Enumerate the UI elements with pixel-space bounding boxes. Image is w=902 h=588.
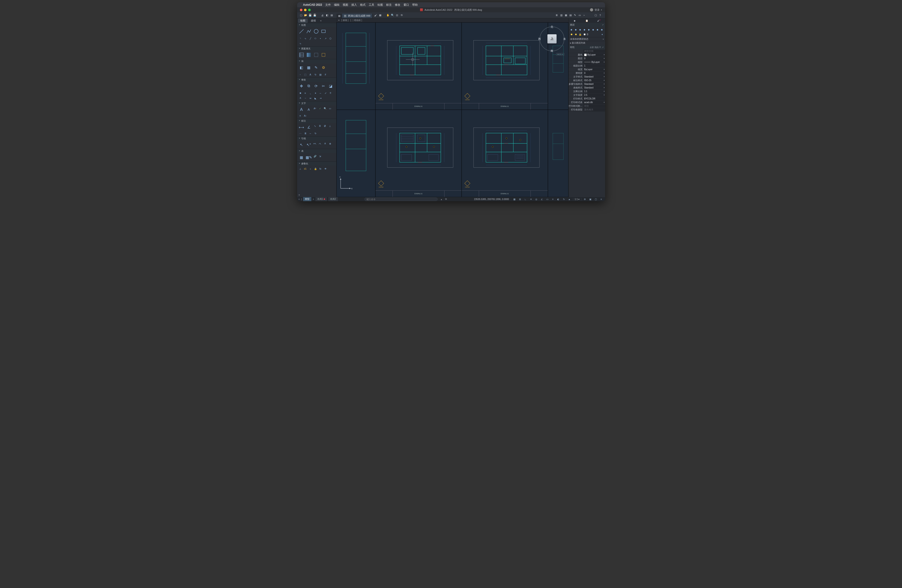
- layer-lock-icon[interactable]: ◆: [578, 28, 582, 31]
- plot-icon[interactable]: 🖨: [321, 13, 325, 17]
- pan-icon[interactable]: ✋: [386, 13, 390, 17]
- preview-icon[interactable]: ◧: [325, 13, 329, 17]
- status-coordinates[interactable]: 23535.5385, 200765.1896, 0.0000: [472, 198, 511, 200]
- block-palette-icon[interactable]: ▤: [318, 72, 323, 77]
- lengthen-icon[interactable]: ⇥: [318, 96, 323, 100]
- command-input[interactable]: [365, 197, 438, 201]
- array-icon[interactable]: ⠿: [328, 91, 333, 95]
- menu-edit[interactable]: 编辑: [334, 3, 340, 7]
- login-button[interactable]: 登录: [595, 8, 600, 12]
- cmd-clip-icon[interactable]: ⧉: [445, 198, 447, 200]
- table-style-icon[interactable]: ▦✎: [305, 154, 312, 161]
- zoom-prev-icon[interactable]: ⟲: [399, 13, 404, 17]
- props-filter-mine[interactable]: 我的: [595, 46, 599, 49]
- tab-model[interactable]: 建模: [308, 19, 318, 23]
- wblock-icon[interactable]: ▫: [298, 72, 303, 77]
- menu-modify[interactable]: 修改: [395, 3, 400, 7]
- stretch-icon[interactable]: ↔: [318, 91, 323, 95]
- table-icon[interactable]: ▦: [298, 154, 305, 161]
- boundary-icon[interactable]: [313, 52, 319, 58]
- layout-tab-2[interactable]: 布局2: [328, 197, 338, 201]
- layer-current-name[interactable]: 0: [587, 33, 600, 36]
- ray-icon[interactable]: ↗: [323, 36, 328, 41]
- show-layer-list-button[interactable]: ▸ 显示图层列表: [569, 41, 605, 45]
- chevron-down-icon[interactable]: ▾: [604, 90, 604, 92]
- new-drawing-icon[interactable]: ▦: [337, 14, 341, 17]
- text-align-icon[interactable]: ≡: [298, 113, 303, 118]
- xline-icon[interactable]: ╱: [308, 36, 313, 41]
- mirror-icon[interactable]: ◪: [327, 83, 334, 89]
- edit-block-icon[interactable]: ✎: [313, 64, 319, 71]
- align-icon[interactable]: ≚: [298, 96, 303, 100]
- layer-freeze-icon[interactable]: ◆: [574, 28, 578, 31]
- status-otrack-icon[interactable]: ∠: [540, 197, 544, 201]
- menu-draw[interactable]: 绘图: [377, 3, 383, 7]
- circle-icon[interactable]: [313, 28, 319, 35]
- chevron-down-icon[interactable]: ▾: [604, 72, 604, 74]
- define-attr-icon[interactable]: A: [308, 72, 313, 77]
- wcs-indicator[interactable]: WCS▾: [556, 53, 564, 56]
- singletext-icon[interactable]: A: [305, 106, 312, 113]
- close-icon[interactable]: [300, 9, 302, 11]
- status-lwt-icon[interactable]: ≡: [551, 197, 555, 201]
- insert-block-icon[interactable]: ◧: [298, 64, 305, 71]
- spline-icon[interactable]: ∿: [303, 36, 308, 41]
- group-text-header[interactable]: 文字: [297, 101, 336, 105]
- dim-angular-icon[interactable]: ∠: [305, 124, 312, 131]
- layer-on-icon[interactable]: ◆: [587, 28, 591, 31]
- layers-panel-popout-icon[interactable]: ↗: [602, 24, 604, 26]
- sheetset-icon[interactable]: ▤: [568, 13, 573, 17]
- chevron-down-icon[interactable]: ▾: [604, 68, 604, 70]
- status-gear-icon[interactable]: ⚙: [583, 197, 587, 201]
- delete-constraint-icon[interactable]: 🔒: [313, 166, 318, 171]
- show-constraint-icon[interactable]: 👁: [323, 166, 328, 171]
- layer-state-lock-icon[interactable]: 🔓: [578, 33, 582, 36]
- layer-manager-icon[interactable]: ◆: [600, 28, 604, 31]
- rotate-icon[interactable]: ⟳: [313, 83, 319, 89]
- layer-unlock-icon[interactable]: ◆: [591, 28, 595, 31]
- status-clean-icon[interactable]: ▢: [594, 197, 598, 201]
- group-draw-header[interactable]: 绘图: [297, 23, 336, 27]
- auto-constrain-icon[interactable]: ⟐: [308, 166, 313, 171]
- prop-value-文字高度[interactable]: 2.5▾: [583, 94, 605, 97]
- group-param-header[interactable]: 参数化: [297, 162, 336, 166]
- status-osnap-icon[interactable]: ◎: [535, 197, 538, 201]
- chevron-down-icon[interactable]: ▾: [604, 94, 604, 96]
- point-icon[interactable]: •: [318, 36, 323, 41]
- props-filter-all[interactable]: 全部: [590, 46, 594, 49]
- polyline-icon[interactable]: [305, 28, 312, 35]
- page-setup-icon[interactable]: ▤: [330, 13, 334, 17]
- spellcheck-icon[interactable]: ✓: [318, 106, 322, 111]
- mleader-remove-icon[interactable]: -↖: [318, 141, 322, 146]
- region-icon[interactable]: [320, 52, 327, 58]
- layout-tab-1[interactable]: 布局1: [315, 197, 327, 201]
- prop-value-打印样式[interactable]: BYCOLOR: [583, 97, 605, 100]
- block-attr-icon[interactable]: ⚙: [320, 64, 327, 71]
- layer-state-sun-icon[interactable]: [574, 33, 578, 36]
- drawing-canvas[interactable]: — AC1— DB-1— AP-1— AP-2— 配电: [337, 22, 568, 197]
- hatch-icon[interactable]: [298, 52, 305, 58]
- trim-icon[interactable]: ✂: [320, 83, 327, 89]
- menu-dim[interactable]: 标注: [386, 3, 391, 7]
- status-ortho-icon[interactable]: ∟: [524, 197, 527, 201]
- prop-value-线宽[interactable]: ByLayer▾: [583, 68, 605, 71]
- status-monitor-icon[interactable]: ▣: [589, 197, 592, 201]
- group-dim-header[interactable]: 标注: [297, 119, 336, 123]
- dim-update-icon[interactable]: ↻: [313, 131, 318, 136]
- chevron-down-icon[interactable]: ▾: [604, 101, 604, 103]
- prop-value-多重引线样式[interactable]: Standard▾: [583, 83, 605, 86]
- rectangle-icon[interactable]: [320, 28, 327, 35]
- avatar-icon[interactable]: [590, 8, 593, 11]
- prop-value-线型比例[interactable]: 1: [583, 64, 605, 67]
- menu-insert[interactable]: 插入: [351, 3, 357, 7]
- text-scale-icon[interactable]: A↕: [303, 113, 308, 118]
- app-name[interactable]: AutoCAD 2022: [303, 3, 322, 6]
- cmdline-icon[interactable]: ＞: [582, 13, 586, 17]
- explode-icon[interactable]: ✶: [313, 91, 318, 95]
- dim-linear-icon[interactable]: ⟷: [298, 124, 305, 131]
- polygon-icon[interactable]: ⬡: [328, 36, 333, 41]
- match-prop-icon[interactable]: 🖌: [374, 13, 378, 17]
- status-cycle-icon[interactable]: ↻: [562, 197, 566, 201]
- menu-file[interactable]: 文件: [325, 3, 331, 7]
- layout-tab-model[interactable]: 模型: [303, 197, 312, 201]
